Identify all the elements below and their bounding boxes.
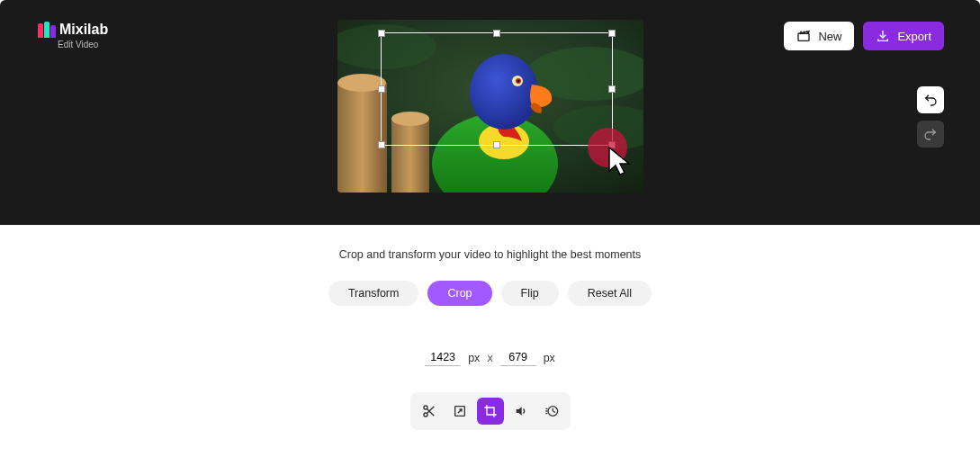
- crop-handle-bm[interactable]: [493, 141, 500, 148]
- width-input[interactable]: [425, 349, 461, 366]
- redo-button[interactable]: [917, 121, 944, 148]
- svg-point-15: [424, 406, 427, 409]
- crop-hint: Crop and transform your video to highlig…: [0, 248, 980, 261]
- tool-dock: [410, 392, 571, 430]
- download-icon: [876, 29, 890, 43]
- tab-transform[interactable]: Transform: [328, 281, 419, 306]
- tab-reset-all[interactable]: Reset All: [568, 281, 652, 306]
- width-unit: px: [468, 352, 480, 364]
- crop-tool[interactable]: [477, 398, 504, 425]
- cursor-icon: [607, 146, 634, 180]
- controls-area: Crop and transform your video to highlig…: [0, 225, 980, 366]
- redo-icon: [923, 127, 938, 141]
- svg-point-16: [424, 413, 427, 417]
- undo-button[interactable]: [917, 86, 944, 113]
- scissors-icon: [422, 404, 436, 418]
- new-label: New: [818, 30, 841, 43]
- app-subtitle: Edit Video: [58, 40, 108, 49]
- expand-icon: [453, 404, 467, 418]
- logo-row: Mixilab: [38, 22, 108, 38]
- mode-tabs: Transform Crop Flip Reset All: [0, 281, 980, 306]
- dim-separator: x: [487, 352, 492, 364]
- crop-handle-bl[interactable]: [378, 141, 385, 148]
- svg-rect-5: [337, 83, 387, 193]
- logo-mark: [38, 22, 56, 38]
- app-name: Mixilab: [59, 22, 108, 38]
- export-button[interactable]: Export: [863, 22, 944, 50]
- height-unit: px: [544, 352, 555, 364]
- svg-rect-0: [798, 33, 809, 40]
- crop-handle-tl[interactable]: [378, 30, 385, 37]
- undo-redo-group: [917, 86, 944, 148]
- resize-tool[interactable]: [446, 398, 473, 425]
- crop-handle-tm[interactable]: [493, 30, 500, 37]
- volume-icon: [514, 404, 528, 418]
- undo-icon: [923, 93, 938, 107]
- crop-handle-mr[interactable]: [608, 85, 616, 93]
- header-actions: New Export: [784, 22, 944, 50]
- tab-flip[interactable]: Flip: [501, 281, 559, 306]
- crop-handle-tr[interactable]: [608, 30, 616, 37]
- volume-tool[interactable]: [508, 398, 535, 425]
- tab-crop[interactable]: Crop: [427, 281, 491, 306]
- preview-area: Mixilab Edit Video New: [0, 0, 980, 225]
- crop-handle-ml[interactable]: [378, 85, 385, 93]
- crop-icon: [483, 404, 498, 418]
- dimension-inputs: px x px: [0, 349, 980, 366]
- cut-tool[interactable]: [416, 398, 443, 425]
- speed-icon: [544, 404, 559, 418]
- video-preview[interactable]: [337, 20, 643, 193]
- speed-tool[interactable]: [538, 398, 565, 425]
- app-root: Mixilab Edit Video New: [0, 0, 980, 457]
- logo: Mixilab Edit Video: [38, 22, 108, 49]
- clapper-icon: [796, 29, 811, 43]
- new-button[interactable]: New: [784, 22, 854, 50]
- export-label: Export: [897, 30, 931, 43]
- height-input[interactable]: [500, 349, 536, 366]
- crop-rectangle[interactable]: [381, 32, 613, 146]
